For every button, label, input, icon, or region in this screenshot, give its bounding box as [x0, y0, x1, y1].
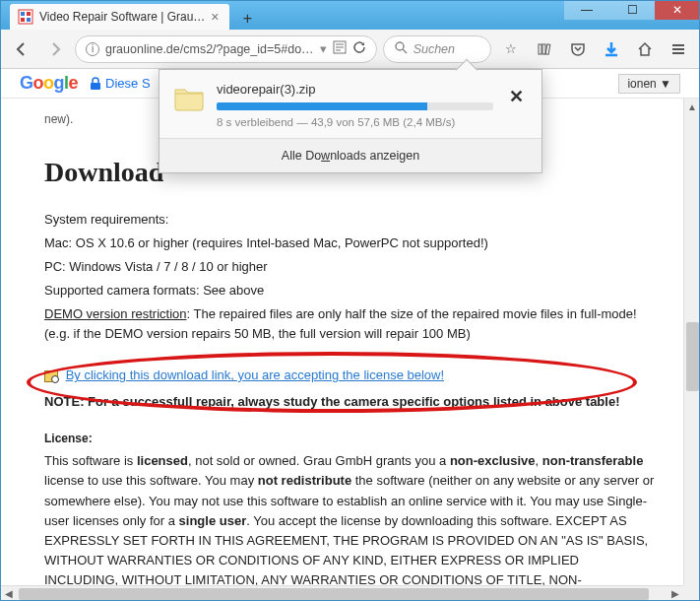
window-close-button[interactable]: ✕ — [655, 0, 700, 20]
nav-back-button[interactable] — [8, 35, 35, 63]
demo-restriction: DEMO version restriction: The repaired f… — [44, 304, 656, 344]
svg-rect-13 — [545, 43, 550, 53]
window-maximize-button[interactable]: ☐ — [609, 0, 655, 20]
google-logo[interactable]: Google — [20, 73, 78, 94]
dropdown-icon[interactable]: ▾ — [320, 41, 327, 56]
search-engine-icon[interactable] — [394, 40, 408, 57]
info-icon[interactable]: i — [86, 42, 99, 56]
folder-icon — [173, 82, 205, 113]
requirements-label: System requirements: — [44, 210, 656, 230]
download-filename[interactable]: videorepair(3).zip — [217, 82, 493, 97]
scroll-up-arrow[interactable]: ▲ — [684, 99, 700, 115]
svg-rect-2 — [27, 12, 31, 16]
svg-rect-18 — [91, 83, 100, 90]
window-titlebar: Video Repair Software | Grau… × + — ☐ ✕ — [0, 0, 700, 30]
note-line: NOTE: For a successfull repair, always s… — [44, 392, 656, 412]
show-all-downloads[interactable]: Alle Downloads anzeigen — [159, 138, 541, 172]
reload-icon[interactable] — [352, 40, 366, 57]
home-icon[interactable] — [631, 35, 659, 63]
new-tab-button[interactable]: + — [235, 8, 261, 30]
svg-rect-12 — [542, 44, 545, 54]
req-camera: Supported camera formats: See above — [44, 281, 656, 300]
lock-icon — [90, 77, 101, 91]
menu-icon[interactable] — [665, 35, 692, 63]
url-text: grauonline.de/cms2/?page_id=5#do… — [105, 42, 314, 56]
url-bar[interactable]: i grauonline.de/cms2/?page_id=5#do… ▾ — [75, 35, 377, 63]
svg-rect-11 — [539, 44, 541, 54]
svg-rect-1 — [21, 12, 25, 16]
download-link[interactable]: By clicking this download link, you are … — [66, 367, 444, 382]
browser-toolbar: i grauonline.de/cms2/?page_id=5#do… ▾ Su… — [0, 30, 700, 69]
browser-tab[interactable]: Video Repair Software | Grau… × — [10, 4, 229, 30]
gbar-item[interactable]: Diese S — [90, 76, 151, 91]
hscroll-thumb[interactable] — [19, 588, 649, 600]
license-text: This software is licensed, not sold or o… — [44, 451, 656, 585]
search-placeholder: Suchen — [414, 42, 480, 56]
svg-rect-4 — [27, 18, 31, 22]
tab-title: Video Repair Software | Grau… — [39, 10, 205, 24]
req-mac: Mac: OS X 10.6 or higher (requires Intel… — [44, 234, 656, 253]
scroll-right-arrow[interactable]: ▶ — [667, 586, 683, 602]
horizontal-scrollbar[interactable]: ◀ ▶ — [0, 585, 683, 601]
scroll-left-arrow[interactable]: ◀ — [0, 586, 17, 602]
scrollbar-corner — [683, 585, 700, 601]
search-bar[interactable]: Suchen — [383, 35, 491, 63]
reader-icon[interactable] — [333, 40, 347, 57]
gbar-options-button[interactable]: ionen ▼ — [618, 74, 680, 94]
download-cancel-button[interactable]: ✕ — [505, 82, 528, 111]
req-pc: PC: Windows Vista / 7 / 8 / 10 or higher — [44, 257, 656, 277]
download-panel: videorepair(3).zip 8 s verbleibend — 43,… — [159, 69, 542, 173]
library-icon[interactable] — [531, 35, 558, 63]
download-link-line: By clicking this download link, you are … — [44, 366, 656, 385]
vertical-scrollbar[interactable]: ▲ ▼ — [683, 99, 700, 601]
pocket-icon[interactable] — [564, 35, 592, 63]
tab-close-icon[interactable]: × — [211, 9, 219, 25]
svg-rect-3 — [21, 18, 25, 22]
downloads-icon[interactable] — [598, 35, 625, 63]
window-minimize-button[interactable]: — — [564, 0, 609, 20]
download-status: 8 s verbleibend — 43,9 von 57,6 MB (2,4 … — [217, 116, 493, 128]
tab-favicon — [18, 9, 33, 25]
vscroll-thumb[interactable] — [686, 322, 699, 391]
nav-forward-button[interactable] — [41, 35, 69, 63]
svg-line-10 — [403, 49, 407, 53]
download-progress-fill — [217, 102, 427, 110]
svg-point-9 — [396, 42, 404, 50]
package-icon — [44, 370, 58, 382]
bookmark-star-icon[interactable]: ☆ — [497, 35, 525, 63]
download-progress-bar — [217, 102, 493, 110]
license-heading: License: — [44, 430, 656, 448]
window-controls: — ☐ ✕ — [564, 0, 700, 20]
